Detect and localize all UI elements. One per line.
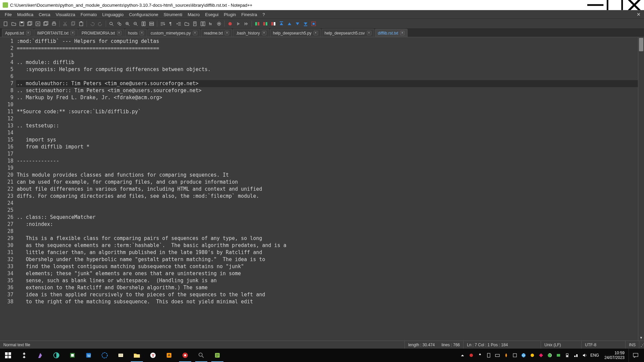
paste-icon[interactable]	[77, 20, 85, 27]
tray-icon[interactable]	[529, 353, 535, 358]
tray-overflow-icon[interactable]: ⏶	[460, 353, 466, 358]
editor-line[interactable]	[16, 115, 644, 122]
file-tab[interactable]: difflib.rst.txt×	[375, 29, 408, 37]
file-tab[interactable]: custom_mimetypes.py×	[148, 29, 200, 37]
fast-forward-icon[interactable]	[243, 20, 250, 27]
taskbar-app-6[interactable]	[97, 349, 113, 362]
taskbar-app-2[interactable]	[32, 349, 48, 362]
cut-icon[interactable]	[61, 20, 69, 27]
editor-line[interactable]	[16, 73, 644, 80]
editor-line[interactable]	[16, 101, 644, 108]
redo-icon[interactable]	[97, 20, 104, 27]
menu-esegui[interactable]: Esegui	[203, 11, 221, 18]
doc-map-icon[interactable]	[191, 20, 199, 27]
editor-line[interactable]: .. class:: SequenceMatcher	[16, 214, 644, 221]
monitoring-icon[interactable]	[215, 20, 223, 27]
compare-nav-icon[interactable]	[270, 20, 277, 27]
editor-line[interactable]: elements; these "junk" elements are ones…	[16, 270, 644, 277]
save-icon[interactable]	[18, 20, 25, 27]
editor-line[interactable]: This module provides classes and functio…	[16, 172, 644, 179]
file-tab[interactable]: Appunti.txt×	[2, 29, 34, 37]
zoom-out-icon[interactable]	[132, 20, 139, 27]
tray-icon[interactable]	[564, 353, 570, 358]
taskbar-notepadpp[interactable]	[209, 349, 225, 362]
editor-line[interactable]: diffs. For comparing directories and fil…	[16, 193, 644, 200]
file-tab[interactable]: hosts×	[125, 29, 147, 37]
print-icon[interactable]	[50, 20, 58, 27]
menu-plugin[interactable]: Plugin	[221, 11, 238, 18]
editor-line[interactable]: from difflib import *	[16, 143, 644, 150]
tab-close-icon[interactable]: ×	[140, 31, 144, 35]
compare-first-icon[interactable]	[278, 20, 285, 27]
editor-line[interactable]: import sys	[16, 136, 644, 143]
wordwrap-icon[interactable]	[159, 20, 166, 27]
taskbar-file-explorer[interactable]	[129, 349, 145, 362]
scroll-down-icon[interactable]: ▼	[638, 335, 644, 341]
file-tab[interactable]: help_deepsearch5.csv×	[322, 29, 374, 37]
scrollbar-thumb[interactable]	[639, 38, 643, 51]
editor-line[interactable]: idea is then applied recursively to the …	[16, 291, 644, 298]
taskbar-app-9[interactable]: Y	[145, 349, 161, 362]
play-macro-icon[interactable]	[234, 20, 242, 27]
start-button[interactable]	[0, 349, 16, 362]
tray-icon[interactable]	[547, 353, 553, 358]
editor-line[interactable]	[16, 150, 644, 158]
taskbar-app-4[interactable]	[64, 349, 80, 362]
editor-line[interactable]: to the right of the matching subsequence…	[16, 298, 644, 305]
editor-line[interactable]: Obershelp under the hyperbolic name "ges…	[16, 256, 644, 263]
file-tab[interactable]: IMPORTANTE.txt×	[34, 29, 78, 37]
menu-strumenti[interactable]: Strumenti	[161, 11, 185, 18]
editor-line[interactable]: can be used for example, for comparing f…	[16, 179, 644, 186]
file-tab[interactable]: readme.txt×	[201, 29, 232, 37]
find-icon[interactable]	[108, 20, 115, 27]
editor-line[interactable]: :mod:`difflib` --- Helpers for computing…	[16, 38, 644, 45]
editor-line[interactable]: about file differences in various format…	[16, 186, 644, 193]
menu-help[interactable]: ?	[260, 11, 267, 18]
tray-icon[interactable]	[555, 353, 561, 358]
editor-line[interactable]	[16, 207, 644, 214]
tray-icon[interactable]	[521, 353, 527, 358]
editor-line[interactable]: extension to the Ratcliff and Obershelp …	[16, 284, 644, 291]
indent-icon[interactable]	[175, 20, 182, 27]
editor-line[interactable]: as the sequence elements are :term:`hash…	[16, 242, 644, 249]
compare-next-icon[interactable]	[294, 20, 301, 27]
menu-formato[interactable]: Formato	[78, 11, 99, 18]
editor-line[interactable]: .. moduleauthor:: Tim Peters <tim_one@us…	[16, 80, 644, 87]
maximize-button[interactable]	[605, 0, 625, 10]
compare-last-icon[interactable]	[302, 20, 309, 27]
tray-icon[interactable]	[468, 353, 474, 358]
menubar-close-button[interactable]: ✕	[635, 12, 642, 17]
tray-icon[interactable]	[503, 353, 509, 358]
menu-finestra[interactable]: Finestra	[239, 11, 260, 18]
zoom-in-icon[interactable]	[124, 20, 131, 27]
save-all-icon[interactable]	[26, 20, 34, 27]
editor-line[interactable]: .. Markup by Fred L. Drake, Jr. <fdrake@…	[16, 94, 644, 101]
copy-icon[interactable]	[69, 20, 77, 27]
tray-icon[interactable]	[477, 353, 483, 358]
menu-configurazione[interactable]: Configurazione	[126, 11, 161, 18]
function-list-icon[interactable]: fx	[207, 20, 215, 27]
tray-icon[interactable]	[512, 353, 518, 358]
tab-close-icon[interactable]: ×	[367, 31, 371, 35]
editor-line[interactable]	[16, 228, 644, 235]
editor-line[interactable]	[16, 129, 644, 136]
taskbar-app-11[interactable]	[177, 349, 193, 362]
show-all-chars-icon[interactable]: ¶	[167, 20, 174, 27]
editor-line[interactable]	[16, 52, 644, 59]
compare-prev-icon[interactable]	[286, 20, 293, 27]
tab-close-icon[interactable]: ×	[400, 31, 405, 35]
replace-icon[interactable]	[116, 20, 123, 27]
doc-list-icon[interactable]	[199, 20, 207, 27]
compare-clear-icon[interactable]	[262, 20, 269, 27]
minimize-button[interactable]	[586, 0, 605, 10]
tab-close-icon[interactable]: ×	[26, 31, 31, 35]
undo-icon[interactable]	[89, 20, 96, 27]
compare-icon[interactable]	[254, 20, 261, 27]
tab-close-icon[interactable]: ×	[193, 31, 197, 35]
editor-line[interactable]: .. sectionauthor:: Tim Peters <tim_one@u…	[16, 87, 644, 94]
text-editor[interactable]: :mod:`difflib` --- Helpers for computing…	[16, 37, 644, 341]
menu-modifica[interactable]: Modifica	[14, 11, 36, 18]
close-all-icon[interactable]	[42, 20, 50, 27]
menu-linguaggio[interactable]: Linguaggio	[100, 11, 126, 18]
tab-close-icon[interactable]: ×	[70, 31, 75, 35]
